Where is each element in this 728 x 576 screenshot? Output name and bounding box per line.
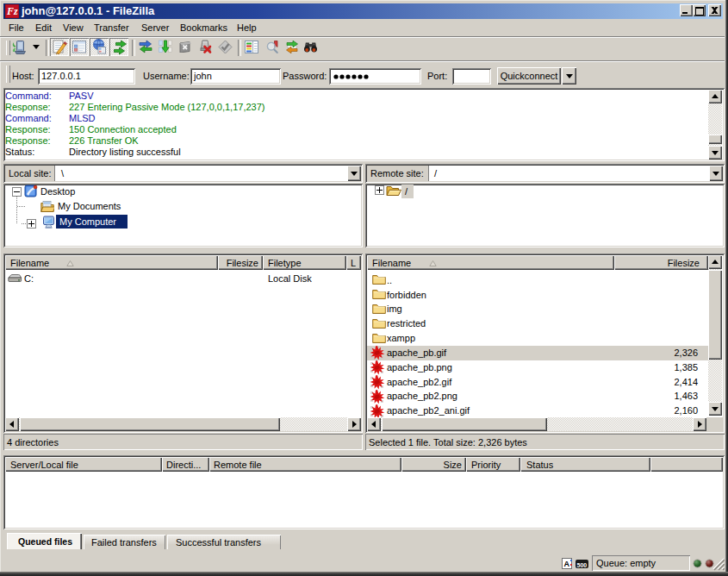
svg-text:Fz: Fz (6, 5, 18, 17)
